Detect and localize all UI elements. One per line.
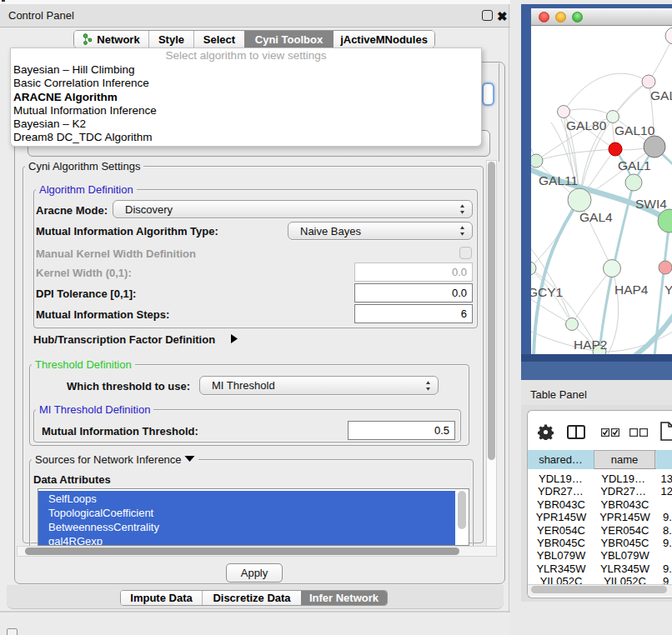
svg-text:HAP4: HAP4 bbox=[614, 282, 649, 297]
svg-text:Y: Y bbox=[664, 282, 672, 297]
svg-text:GAL11: GAL11 bbox=[539, 173, 578, 188]
svg-text:GAL4: GAL4 bbox=[579, 210, 613, 224]
svg-text:HAP2: HAP2 bbox=[574, 338, 608, 352]
svg-text:GAL1: GAL1 bbox=[618, 158, 651, 172]
svg-text:GAL80: GAL80 bbox=[566, 118, 607, 132]
svg-text:GAL: GAL bbox=[650, 88, 672, 102]
svg-text:GCY1: GCY1 bbox=[531, 285, 563, 299]
svg-text:GAL10: GAL10 bbox=[614, 123, 655, 138]
svg-text:SWI4: SWI4 bbox=[635, 197, 667, 211]
